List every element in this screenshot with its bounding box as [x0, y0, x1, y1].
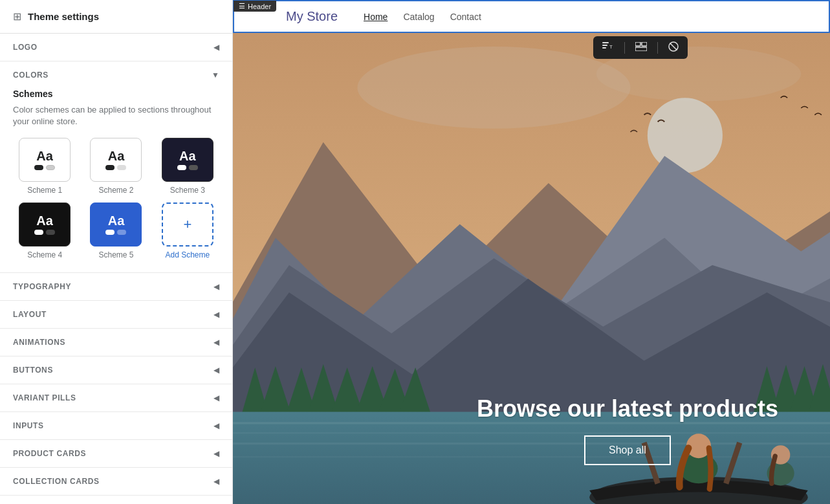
- colors-content: Schemes Color schemes can be applied to …: [0, 89, 232, 272]
- toolbar-divider-2: [657, 42, 658, 54]
- svg-rect-2: [602, 47, 606, 49]
- sidebar-item-product-cards[interactable]: PRODUCT CARDS ◀: [0, 440, 232, 468]
- schemes-title: Schemes: [13, 89, 219, 99]
- svg-rect-0: [602, 42, 609, 43]
- scheme-preview-2: Aa: [90, 138, 142, 182]
- svg-rect-4: [635, 42, 640, 46]
- chevron-icon: ◀: [213, 310, 219, 319]
- scheme-card-1[interactable]: Aa Scheme 1: [13, 138, 76, 195]
- svg-point-10: [357, 47, 630, 129]
- chevron-icon: ◀: [213, 477, 219, 486]
- hero-cta-button[interactable]: Shop all: [584, 435, 671, 465]
- nav-catalog[interactable]: Catalog: [403, 12, 434, 22]
- sidebar-item-inputs[interactable]: INPUTS ◀: [0, 412, 232, 440]
- sidebar-item-variant-pills[interactable]: VARIANT PILLS ◀: [0, 384, 232, 412]
- hero-content: Browse our latest products Shop all: [477, 395, 778, 465]
- toolbar-btn-disable[interactable]: [666, 40, 681, 55]
- svg-rect-1: [602, 45, 607, 46]
- scheme-label-5: Scheme 5: [98, 250, 133, 259]
- grid-icon: ⊞: [13, 10, 21, 23]
- svg-point-12: [648, 98, 723, 173]
- sidebar-title: Theme settings: [28, 11, 99, 22]
- svg-line-8: [670, 43, 677, 50]
- sidebar-item-buttons[interactable]: BUTTONS ◀: [0, 356, 232, 384]
- chevron-icon: ◀: [213, 393, 219, 402]
- colors-header[interactable]: COLORS ▼: [0, 61, 232, 89]
- scheme-label-1: Scheme 1: [27, 186, 62, 195]
- chevron-icon: ◀: [213, 338, 219, 347]
- colors-chevron: ▼: [212, 71, 219, 80]
- chevron-icon: ◀: [213, 449, 219, 458]
- colors-label: COLORS: [13, 71, 49, 80]
- store-header: ☰ Header My Store Home Catalog Contact: [233, 0, 830, 33]
- scheme-preview-4: Aa: [19, 203, 71, 247]
- scheme-card-3[interactable]: Aa Scheme 3: [156, 138, 219, 195]
- header-badge: ☰ Header: [234, 1, 276, 12]
- svg-text:T: T: [609, 44, 613, 50]
- svg-rect-6: [635, 47, 647, 51]
- toolbar-divider-1: [624, 42, 625, 54]
- hero-section: Browse our latest products Shop all: [233, 33, 830, 504]
- nav-contact[interactable]: Contact: [450, 12, 481, 22]
- sidebar-item-logo[interactable]: LOGO ◀: [0, 34, 232, 61]
- scheme-card-4[interactable]: Aa Scheme 4: [13, 203, 76, 259]
- preview-toolbar: T: [593, 36, 688, 59]
- hero-title: Browse our latest products: [477, 395, 778, 422]
- store-logo: My Store: [286, 9, 338, 24]
- schemes-grid: Aa Scheme 1 Aa: [13, 138, 219, 259]
- svg-rect-5: [642, 42, 647, 46]
- sidebar-body: LOGO ◀ COLORS ▼ Schemes Color schemes ca…: [0, 34, 232, 504]
- chevron-icon: ◀: [213, 43, 219, 52]
- scheme-preview-1: Aa: [19, 138, 71, 182]
- chevron-icon: ◀: [213, 421, 219, 430]
- sidebar-item-animations[interactable]: ANIMATIONS ◀: [0, 329, 232, 356]
- scheme-card-2[interactable]: Aa Scheme 2: [84, 138, 147, 195]
- scheme-label-2: Scheme 2: [98, 186, 133, 195]
- schemes-desc: Color schemes can be applied to sections…: [13, 104, 219, 127]
- colors-section: COLORS ▼ Schemes Color schemes can be ap…: [0, 61, 232, 273]
- sidebar: ⊞ Theme settings LOGO ◀ COLORS ▼ Schemes…: [0, 0, 233, 504]
- scheme-preview-3: Aa: [162, 138, 213, 182]
- scheme-preview-5: Aa: [90, 203, 142, 247]
- chevron-icon: ◀: [213, 366, 219, 375]
- sidebar-item-layout[interactable]: LAYOUT ◀: [0, 301, 232, 329]
- preview-area: ☰ Header My Store Home Catalog Contact T: [233, 0, 830, 504]
- chevron-icon: ◀: [213, 282, 219, 291]
- sidebar-item-typography[interactable]: TYPOGRAPHY ◀: [0, 273, 232, 301]
- sidebar-item-collection-cards[interactable]: COLLECTION CARDS ◀: [0, 468, 232, 496]
- add-scheme-preview: +: [162, 203, 213, 247]
- add-scheme-label: Add Scheme: [165, 250, 210, 259]
- toolbar-btn-text[interactable]: T: [600, 41, 617, 54]
- store-nav: Home Catalog Contact: [364, 12, 481, 22]
- toolbar-btn-layout[interactable]: [633, 41, 650, 54]
- scheme-label-3: Scheme 3: [170, 186, 205, 195]
- add-scheme-card[interactable]: + Add Scheme: [156, 203, 219, 259]
- scheme-label-4: Scheme 4: [27, 250, 62, 259]
- nav-home[interactable]: Home: [364, 12, 388, 22]
- sidebar-header: ⊞ Theme settings: [0, 0, 232, 34]
- scheme-card-5[interactable]: Aa Scheme 5: [84, 203, 147, 259]
